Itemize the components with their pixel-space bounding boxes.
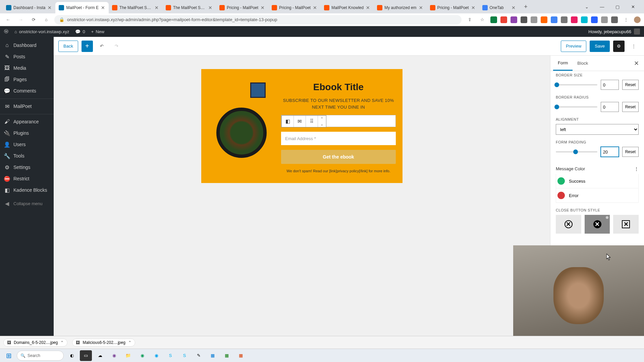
start-icon[interactable]: ⊞ (3, 350, 15, 361)
sidebar-item-users[interactable]: 👤Users (0, 139, 54, 150)
name-field-block[interactable]: ◧ ✉ ⠿ ⌃ ⌄ (281, 115, 396, 127)
menu-icon[interactable]: ⋮ (621, 15, 631, 24)
browser-tab[interactable]: The MailPoet Send✕ (109, 2, 162, 13)
task-icon[interactable]: ☁ (94, 350, 106, 361)
close-style-option[interactable]: ✕ (585, 215, 610, 234)
redo-button[interactable]: ↷ (111, 41, 122, 52)
browser-tab[interactable]: MailPoet - Form E✕ (55, 2, 109, 13)
howdy-text[interactable]: Howdy, jebepacupu66 (588, 29, 631, 34)
reset-button[interactable]: Reset (622, 102, 639, 112)
close-icon[interactable]: ✕ (313, 5, 317, 10)
download-item[interactable]: 🖼Malicious6-5-202....jpeg⌃ (72, 339, 135, 347)
close-icon[interactable]: ✕ (208, 5, 213, 10)
task-icon[interactable]: ▦ (207, 350, 219, 361)
task-icon[interactable]: ◉ (108, 350, 120, 361)
ext-icon[interactable] (500, 16, 507, 23)
task-icon[interactable]: ▭ (80, 350, 92, 361)
ext-icon[interactable] (511, 16, 517, 23)
popup-footer[interactable]: We don't spam! Read our [link]privacy po… (286, 169, 390, 174)
error-color-row[interactable]: Error (556, 188, 639, 203)
sidebar-item-pages[interactable]: 🗐Pages (0, 74, 54, 85)
share-icon[interactable]: ⇪ (465, 15, 474, 24)
close-icon[interactable]: ✕ (47, 5, 52, 10)
gear-icon[interactable]: ⚙ (613, 41, 625, 52)
alignment-select[interactable]: left (556, 124, 639, 135)
email-input[interactable]: Email Address * (281, 132, 396, 145)
form-padding-slider[interactable] (556, 151, 597, 153)
chevron-down-icon[interactable]: ⌄ (318, 121, 326, 127)
tab-form[interactable]: Form (553, 56, 573, 71)
ext-icon[interactable] (561, 16, 568, 23)
chevron-up-icon[interactable]: ⌃ (128, 340, 131, 345)
border-size-input[interactable] (601, 80, 619, 90)
sidebar-item-settings[interactable]: ⚙Settings (0, 162, 54, 173)
submit-button[interactable]: Get the ebook (281, 150, 396, 164)
sidebar-item-appearance[interactable]: 🖌Appearance (0, 116, 54, 127)
new-link[interactable]: + New (91, 29, 105, 34)
puzzle-icon[interactable] (611, 16, 618, 23)
ext-icon[interactable] (571, 16, 578, 23)
chevron-down-icon[interactable]: ⌄ (581, 2, 592, 11)
avatar[interactable] (634, 28, 640, 35)
browser-tab[interactable]: Pricing - MailPoet✕ (216, 2, 268, 13)
task-icon[interactable]: S (178, 350, 191, 361)
close-style-option[interactable]: ✕ (613, 215, 639, 234)
reset-button[interactable]: Reset (622, 80, 639, 90)
browser-tab[interactable]: MailPoet Knowled✕ (321, 2, 374, 13)
close-icon[interactable]: ✕ (260, 5, 265, 10)
home-icon[interactable]: ⌂ (42, 15, 51, 24)
close-style-option[interactable]: ✕ (556, 215, 581, 234)
task-icon[interactable]: ✎ (193, 350, 205, 361)
ext-icon[interactable] (551, 16, 557, 23)
sidebar-item-restrict[interactable]: ⛔Restrict (0, 173, 54, 184)
new-tab-button[interactable]: + (521, 2, 531, 11)
browser-tab[interactable]: My authorized em✕ (374, 2, 426, 13)
preview-button[interactable]: Preview (561, 41, 586, 52)
save-button[interactable]: Save (590, 41, 610, 52)
chevron-up-icon[interactable]: ⌃ (60, 340, 64, 345)
editor-canvas[interactable]: Ebook Title SUBSCRIBE TO OUR NEWSLETTER … (54, 56, 550, 336)
columns-icon[interactable]: ◧ (282, 116, 294, 127)
popup-title[interactable]: Ebook Title (313, 82, 364, 93)
site-link[interactable]: ⌂ onstrictor-vori.instawp.xyz (14, 29, 69, 34)
close-icon[interactable]: ✕ (627, 2, 639, 11)
tab-block[interactable]: Block (573, 56, 593, 71)
more-icon[interactable]: ⋮ (634, 166, 639, 171)
popup-subtitle[interactable]: SUBSCRIBE TO OUR NEWSLETTER AND SAVE 10%… (281, 97, 396, 110)
wp-logo-icon[interactable]: ⓦ (4, 28, 8, 35)
sidebar-item-media[interactable]: 🖼Media (0, 62, 54, 74)
border-size-slider[interactable] (556, 84, 597, 85)
close-icon[interactable]: ✕ (154, 5, 159, 10)
collapse-menu[interactable]: ◀ Collapse menu (0, 198, 54, 209)
browser-tab[interactable]: Pricing - MailPoet✕ (268, 2, 321, 13)
email-icon[interactable]: ✉ (294, 116, 306, 127)
ext-icon[interactable] (490, 16, 497, 23)
star-icon[interactable]: ☆ (478, 15, 487, 24)
close-icon[interactable]: ✕ (471, 5, 476, 10)
ext-icon[interactable] (541, 16, 547, 23)
minimize-icon[interactable]: — (596, 2, 608, 11)
undo-button[interactable]: ↶ (96, 41, 108, 52)
back-button[interactable]: Back (58, 41, 78, 52)
forward-icon[interactable]: → (16, 15, 25, 24)
task-icon[interactable]: ◉ (136, 350, 148, 361)
reload-icon[interactable]: ⟳ (29, 15, 38, 24)
task-icon[interactable]: ▦ (221, 350, 233, 361)
ext-icon[interactable] (601, 16, 608, 23)
task-icon[interactable]: 📁 (122, 350, 134, 361)
download-item[interactable]: 🖼Domains_6-5-202....jpeg⌃ (3, 339, 67, 347)
maximize-icon[interactable]: ▢ (612, 2, 623, 11)
sidebar-item-plugins[interactable]: 🔌Plugins (0, 127, 54, 139)
close-icon[interactable]: ✕ (366, 5, 370, 10)
ext-icon[interactable] (591, 16, 598, 23)
task-icon[interactable]: S (164, 350, 176, 361)
task-icon[interactable]: ▦ (235, 350, 247, 361)
sidebar-item-kadence-blocks[interactable]: ◧Kadence Blocks (0, 184, 54, 196)
drag-icon[interactable]: ⠿ (306, 116, 318, 127)
more-icon[interactable]: ⋮ (628, 41, 639, 52)
comments-link[interactable]: 💬 0 (75, 29, 85, 34)
profile-avatar[interactable] (634, 16, 641, 23)
add-block-button[interactable]: + (82, 41, 93, 52)
sidebar-item-tools[interactable]: 🔧Tools (0, 150, 54, 162)
border-radius-slider[interactable] (556, 106, 597, 108)
